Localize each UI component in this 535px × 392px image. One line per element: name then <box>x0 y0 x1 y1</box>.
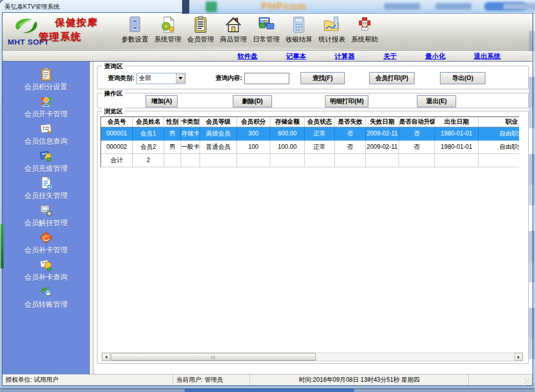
column-header[interactable]: 会员等级 <box>200 117 237 127</box>
detail-print-button-label: 明细打印(M) <box>330 97 364 106</box>
brand-slogan-line2: 管理系统 <box>38 30 82 44</box>
column-header[interactable]: 职业 <box>479 117 519 127</box>
column-header[interactable]: 会员姓名 <box>133 117 164 127</box>
query-content-input[interactable] <box>244 73 289 84</box>
link-notepad[interactable]: 记事本 <box>286 52 306 61</box>
query-form-row: 查询类别: 全部 查询内容: 查找(F) 会员打印(P) <box>97 72 528 84</box>
sidebar-item-member-info-query[interactable]: 会员信息查询 <box>8 122 85 149</box>
dropdown-button[interactable] <box>176 74 185 83</box>
toolbar-item-system-management[interactable]: 系统管理 <box>151 14 184 48</box>
action-button-row: 增加(A) 删除(D) 明细打印(M) 退出(E) <box>97 95 528 107</box>
link-exit-system[interactable]: 退出系统 <box>474 52 501 61</box>
sidebar-item-member-transfer[interactable]: 会员转账管理 <box>8 285 85 312</box>
sidebar-item-member-recharge[interactable]: 会员充值管理 <box>8 149 85 176</box>
table-cell: 自由职业 <box>479 127 519 141</box>
table-cell: 正常 <box>305 127 335 141</box>
detail-print-button[interactable]: 明细打印(M) <box>325 95 368 107</box>
query-section-title: 查询区 <box>102 62 125 71</box>
toolbar-item-goods-management[interactable]: 商品管理 <box>217 14 250 48</box>
sidebar-item-member-card-replacement-query[interactable]: 会员补卡查询 <box>8 258 85 285</box>
link-minimize[interactable]: 最小化 <box>425 52 445 61</box>
arrow-right-icon <box>518 356 520 359</box>
sidebar-item-member-card-opening[interactable]: 会员开卡管理 <box>8 94 85 122</box>
client-frame: MHT SOFT 保健按摩 管理系统 参数设置 <box>2 12 533 386</box>
table-cell <box>181 154 200 167</box>
sidebar-item-member-loss-report[interactable]: 会员挂失管理 <box>8 176 85 203</box>
column-header[interactable]: 卡类型 <box>181 117 200 127</box>
unhang-disk-gear-icon <box>38 203 54 218</box>
table-cell <box>305 154 335 167</box>
sidebar: 会员积分设置 会员开卡管理 <box>3 62 90 374</box>
column-header[interactable]: 是否失效 <box>335 117 366 127</box>
scrollbar-track[interactable] <box>110 353 514 361</box>
background-window-tab <box>435 3 471 10</box>
add-button[interactable]: 增加(A) <box>146 95 177 107</box>
sidebar-splitter[interactable] <box>90 62 94 374</box>
sidebar-item-member-points-settings[interactable]: 会员积分设置 <box>8 67 85 94</box>
column-header[interactable]: 失效日期 <box>366 117 399 127</box>
toolbar-item-label: 系统帮助 <box>351 35 378 44</box>
action-section: 操作区 增加(A) 删除(D) 明细打印(M) 退出(E) <box>97 93 529 108</box>
member-print-button[interactable]: 会员打印(P) <box>369 72 414 84</box>
background-window-logo <box>206 2 217 12</box>
table-cell: 2009-02-11 <box>366 127 399 141</box>
sidebar-item-label: 会员补卡查询 <box>25 273 68 282</box>
table-cell: 自由职业 <box>479 141 519 154</box>
toolbar-item-statistics-report[interactable]: 统计报表 <box>315 14 348 48</box>
toolbar-item-daily-management[interactable]: 日常管理 <box>250 14 283 48</box>
link-calculator[interactable]: 计算器 <box>335 52 355 61</box>
query-content-label: 查询内容: <box>215 74 242 83</box>
column-header[interactable]: 会员积分 <box>237 117 270 127</box>
column-header[interactable]: 会员号 <box>101 117 133 127</box>
table-cell <box>200 154 237 167</box>
column-header[interactable]: 会员状态 <box>305 117 335 127</box>
member-print-button-label: 会员打印(P) <box>375 74 408 83</box>
table-cell: 一般卡 <box>181 141 200 154</box>
horizontal-scrollbar[interactable] <box>102 352 523 361</box>
sidebar-item-label: 会员信息查询 <box>25 137 68 146</box>
column-header[interactable]: 出生日期 <box>435 117 479 127</box>
table-cell: 1980-01-01 <box>435 141 479 154</box>
status-current-user: 当前用户: 管理员 <box>173 375 250 385</box>
column-header[interactable]: 性别 <box>164 117 181 127</box>
report-loss-doc-icon <box>38 176 54 190</box>
points-clipboard-icon <box>38 67 54 82</box>
table-row[interactable]: 000002 会员2 男 一般卡 普通会员 100 100.00 正常 否 20… <box>101 141 519 154</box>
quick-link-bar: 软件盘 记事本 计算器 关于 最小化 退出系统 <box>3 51 532 62</box>
sidebar-item-member-card-replacement[interactable]: 会员补卡管理 <box>8 230 85 258</box>
clipboard-icon <box>192 16 209 33</box>
query-category-select[interactable]: 全部 <box>136 73 186 84</box>
table-cell: 高级会员 <box>200 127 237 141</box>
toolbar-item-parameter-settings[interactable]: 参数设置 <box>118 14 151 48</box>
toolbar-item-label: 商品管理 <box>220 35 247 44</box>
status-time: 时间:2016年09月08日 13时43分51秒 星期四 <box>250 375 469 385</box>
query-category-value: 全部 <box>137 74 176 83</box>
brand-slogan-line1: 保健按摩 <box>55 16 98 29</box>
find-button[interactable]: 查找(F) <box>301 72 345 84</box>
sidebar-item-label: 会员充值管理 <box>25 164 68 173</box>
toolbar-item-cashier-settlement[interactable]: 收银结算 <box>283 14 315 48</box>
table-cell: 100.00 <box>270 141 305 154</box>
table-cell: 存储卡 <box>181 127 200 141</box>
scroll-right-button[interactable] <box>514 353 523 361</box>
background-window-brand: PHPcom <box>261 1 306 12</box>
exit-button[interactable]: 退出(E) <box>417 95 456 107</box>
table-row-selected[interactable]: 000001 会员1 男 存储卡 高级会员 300 600.00 正常 否 20… <box>101 127 519 141</box>
toolbar-item-system-help[interactable]: 系统帮助 <box>348 14 381 48</box>
sidebar-item-label: 会员转账管理 <box>25 300 68 309</box>
delete-button[interactable]: 删除(D) <box>233 95 272 107</box>
scroll-left-button[interactable] <box>102 353 110 361</box>
column-header[interactable]: 是否自动升级 <box>399 117 435 127</box>
sidebar-item-member-unhang[interactable]: 会员解挂管理 <box>8 203 85 230</box>
link-about[interactable]: 关于 <box>383 52 397 61</box>
scrollbar-thumb[interactable] <box>111 353 316 361</box>
toolbar-item-member-management[interactable]: 会员管理 <box>184 14 217 48</box>
transfer-swirl-icon <box>38 285 54 299</box>
export-button[interactable]: 导出(O) <box>440 72 485 84</box>
column-header[interactable]: 存储金额 <box>270 117 305 127</box>
status-bar: 授权单位: 试用用户 当前用户: 管理员 时间:2016年09月08日 13时4… <box>3 374 532 385</box>
table-cell: 男 <box>164 141 181 154</box>
link-soft-keyboard[interactable]: 软件盘 <box>237 52 257 61</box>
info-note-icon <box>38 122 54 136</box>
toolbar-items: 参数设置 系统管理 <box>118 14 381 48</box>
